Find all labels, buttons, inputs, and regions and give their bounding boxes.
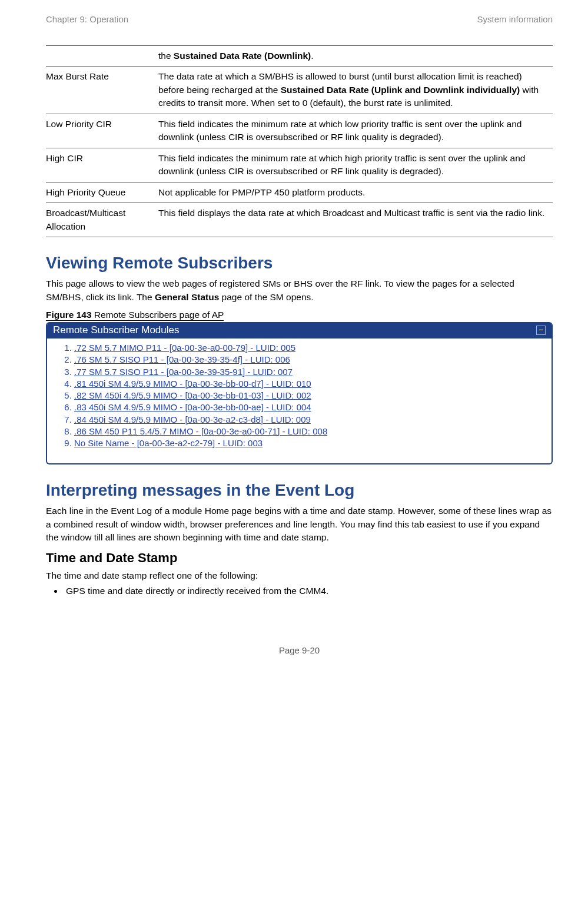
page-header: Chapter 9: Operation System information <box>46 14 553 24</box>
term-cell: Max Burst Rate <box>46 67 158 114</box>
table-row: Max Burst Rate The data rate at which a … <box>46 67 553 114</box>
paragraph: This page allows to view the web pages o… <box>46 277 553 304</box>
desc-cell: This field indicates the minimum rate at… <box>158 114 553 148</box>
list-item: .76 SM 5.7 SISO P11 - [0a-00-3e-39-35-4f… <box>74 354 546 366</box>
bullet-list: GPS time and date directly or indirectly… <box>46 585 553 598</box>
table-row: High Priority Queue Not applicable for P… <box>46 182 553 203</box>
subscriber-link[interactable]: .83 450i SM 4.9/5.9 MIMO - [0a-00-3e-bb-… <box>74 402 311 412</box>
subscriber-link[interactable]: .82 SM 450i 4.9/5.9 MIMO - [0a-00-3e-bb-… <box>74 390 311 400</box>
term-cell <box>46 46 158 67</box>
list-item: .72 SM 5.7 MIMO P11 - [0a-00-3e-a0-00-79… <box>74 342 546 354</box>
figure-label: Figure 143 Remote Subscribers page of AP <box>46 310 224 321</box>
desc-cell: This field indicates the minimum rate at… <box>158 148 553 182</box>
subscriber-link[interactable]: No Site Name - [0a-00-3e-a2-c2-79] - LUI… <box>74 438 263 448</box>
heading-interpreting-messages: Interpreting messages in the Event Log <box>46 481 553 500</box>
list-item: No Site Name - [0a-00-3e-a2-c2-79] - LUI… <box>74 437 546 449</box>
paragraph: Each line in the Event Log of a module H… <box>46 505 553 544</box>
list-item: GPS time and date directly or indirectly… <box>64 585 553 598</box>
term-cell: High CIR <box>46 148 158 182</box>
subscriber-link[interactable]: .81 450i SM 4.9/5.9 MIMO - [0a-00-3e-bb-… <box>74 379 311 389</box>
list-item: .84 450i SM 4.9/5.9 MIMO - [0a-00-3e-a2-… <box>74 414 546 426</box>
desc-cell: This field displays the data rate at whi… <box>158 203 553 237</box>
subscriber-link[interactable]: .76 SM 5.7 SISO P11 - [0a-00-3e-39-35-4f… <box>74 354 290 364</box>
table-row: Low Priority CIR This field indicates th… <box>46 114 553 148</box>
list-item: .82 SM 450i 4.9/5.9 MIMO - [0a-00-3e-bb-… <box>74 390 546 401</box>
term-cell: Low Priority CIR <box>46 114 158 148</box>
subscriber-link[interactable]: .86 SM 450 P11 5.4/5.7 MIMO - [0a-00-3e-… <box>74 426 327 436</box>
desc-cell: The data rate at which a SM/BHS is allow… <box>158 67 553 114</box>
subscriber-link[interactable]: .84 450i SM 4.9/5.9 MIMO - [0a-00-3e-a2-… <box>74 414 311 424</box>
subscriber-list: .72 SM 5.7 MIMO P11 - [0a-00-3e-a0-00-79… <box>53 342 546 449</box>
panel-header: Remote Subscriber Modules − <box>47 322 552 338</box>
subscriber-link[interactable]: .77 SM 5.7 SISO P11 - [0a-00-3e-39-35-91… <box>74 367 293 377</box>
term-cell: High Priority Queue <box>46 182 158 203</box>
list-item: .83 450i SM 4.9/5.9 MIMO - [0a-00-3e-bb-… <box>74 401 546 413</box>
list-item: .86 SM 450 P11 5.4/5.7 MIMO - [0a-00-3e-… <box>74 426 546 437</box>
collapse-icon[interactable]: − <box>536 326 546 335</box>
page-footer: Page 9-20 <box>46 645 553 655</box>
table-row: the Sustained Data Rate (Downlink). <box>46 46 553 67</box>
subscriber-link[interactable]: .72 SM 5.7 MIMO P11 - [0a-00-3e-a0-00-79… <box>74 343 295 353</box>
table-row: High CIR This field indicates the minimu… <box>46 148 553 182</box>
list-item: .81 450i SM 4.9/5.9 MIMO - [0a-00-3e-bb-… <box>74 378 546 390</box>
panel-body: .72 SM 5.7 MIMO P11 - [0a-00-3e-a0-00-79… <box>47 338 552 463</box>
paragraph: The time and date stamp reflect one of t… <box>46 569 553 582</box>
header-right: System information <box>477 14 553 24</box>
header-left: Chapter 9: Operation <box>46 14 128 24</box>
definitions-table: the Sustained Data Rate (Downlink). Max … <box>46 45 553 237</box>
panel-title: Remote Subscriber Modules <box>53 324 179 336</box>
desc-cell: Not applicable for PMP/PTP 450 platform … <box>158 182 553 203</box>
remote-subscribers-panel: Remote Subscriber Modules − .72 SM 5.7 M… <box>46 322 553 464</box>
figure-label-wrapper: Figure 143 Remote Subscribers page of AP <box>46 310 553 321</box>
list-item: .77 SM 5.7 SISO P11 - [0a-00-3e-39-35-91… <box>74 366 546 378</box>
desc-cell: the Sustained Data Rate (Downlink). <box>158 46 553 67</box>
table-row: Broadcast/Multicast Allocation This fiel… <box>46 203 553 237</box>
heading-time-date-stamp: Time and Date Stamp <box>46 550 553 566</box>
heading-viewing-remote-subscribers: Viewing Remote Subscribers <box>46 254 553 273</box>
term-cell: Broadcast/Multicast Allocation <box>46 203 158 237</box>
